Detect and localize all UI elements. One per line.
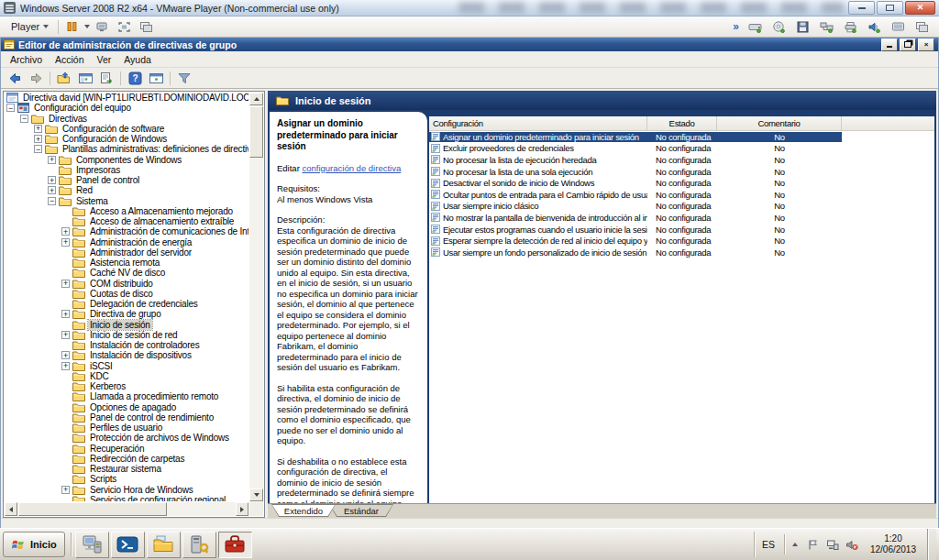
tree-item[interactable]: Opciones de apagado [4, 402, 249, 412]
tree-item[interactable]: Delegación de credenciales [4, 299, 249, 309]
close-button[interactable]: ✕ [905, 1, 935, 15]
expand-devices-icon[interactable]: » [733, 20, 739, 33]
expander-plus-icon[interactable]: + [48, 156, 56, 164]
tree-item[interactable]: Administrador del servidor [4, 247, 249, 258]
expander-plus-icon[interactable]: + [61, 486, 70, 494]
powershell-button[interactable] [111, 532, 145, 558]
tree-item[interactable]: Scripts [4, 474, 249, 484]
expander-minus-icon[interactable]: − [6, 104, 15, 112]
menu-ayuda[interactable]: Ayuda [117, 53, 158, 66]
tree-item[interactable]: +Servicio Hora de Windows [4, 485, 249, 495]
tree-item[interactable]: Impresoras [4, 165, 249, 175]
tree-item[interactable]: Inicio de sesión [4, 320, 249, 330]
gpmc-toolbox-button[interactable] [218, 532, 252, 558]
clock[interactable]: 1:20 12/06/2013 [864, 533, 922, 555]
tree-item[interactable]: +Panel de control [4, 175, 249, 185]
tree-item[interactable]: Redirección de carpetas [4, 454, 249, 464]
tree-item[interactable]: +iSCSI [4, 361, 249, 371]
tree-horizontal-scrollbar[interactable] [5, 502, 249, 516]
show-console-tree-icon[interactable] [75, 70, 95, 87]
tree-item[interactable]: −Sistema [4, 196, 249, 206]
scroll-left-button[interactable] [5, 502, 17, 516]
settings-row[interactable]: Esperar siempre la detección de red al i… [429, 235, 934, 247]
column-header-configuracion[interactable]: Configuración [429, 116, 647, 130]
tree-vertical-scrollbar[interactable] [249, 93, 263, 501]
settings-row[interactable]: Asignar un dominio predeterminado para i… [429, 131, 934, 143]
minimize-button[interactable] [848, 1, 875, 15]
chevron-down-icon[interactable] [84, 25, 90, 28]
mmc-restore-button[interactable] [900, 38, 916, 51]
tree-item[interactable]: Acceso de almacenamiento extraíble [4, 216, 249, 226]
start-button[interactable]: Inicio [3, 532, 65, 557]
floppy-icon[interactable] [793, 18, 812, 35]
tree-item[interactable]: +Red [4, 185, 249, 195]
tree-item[interactable]: KDC [4, 371, 249, 381]
expander-plus-icon[interactable]: + [34, 135, 42, 143]
up-one-level-icon[interactable] [54, 70, 74, 87]
tree-item[interactable]: +Configuración de Windows [4, 134, 249, 144]
column-header-comentario[interactable]: Comentario [717, 116, 842, 130]
tree-item[interactable]: Recuperación [4, 444, 249, 454]
expander-plus-icon[interactable]: + [61, 310, 70, 318]
tree-item[interactable]: −Directivas [4, 114, 249, 124]
show-hidden-icons-icon[interactable] [790, 538, 801, 551]
tree-item[interactable]: Panel de control de rendimiento [4, 412, 249, 423]
tree-item[interactable]: Kerberos [4, 381, 249, 391]
expander-plus-icon[interactable]: + [34, 125, 42, 133]
cd-dvd-icon[interactable] [769, 18, 789, 35]
scroll-right-button[interactable] [236, 502, 249, 516]
show-desktop-button[interactable] [927, 529, 936, 560]
server-manager-button[interactable] [75, 532, 109, 558]
back-icon[interactable] [5, 70, 25, 87]
tree-item[interactable]: +Directiva de grupo [4, 309, 249, 319]
settings-row[interactable]: Ocultar puntos de entrada para el Cambio… [429, 189, 934, 201]
explorer-button[interactable] [147, 532, 181, 558]
tree-item[interactable]: Asistencia remota [4, 258, 249, 268]
expander-plus-icon[interactable]: + [61, 362, 70, 370]
services-button[interactable] [182, 532, 216, 558]
printer-icon[interactable] [841, 18, 860, 35]
tree-item[interactable]: Restaurar sistema [4, 464, 249, 474]
menu-accion[interactable]: Acción [49, 53, 91, 66]
tree-item[interactable]: Llamada a procedimiento remoto [4, 391, 249, 401]
language-indicator[interactable]: ES [757, 539, 779, 550]
menu-archivo[interactable]: Archivo [4, 53, 49, 66]
tree-item[interactable]: +Componentes de Windows [4, 155, 249, 165]
tree-item[interactable]: +Administración de comunicaciones de Int… [4, 226, 249, 236]
volume-muted-icon[interactable] [845, 538, 859, 551]
expander-plus-icon[interactable]: + [61, 351, 70, 359]
mmc-close-button[interactable]: × [918, 38, 934, 51]
expander-plus-icon[interactable]: + [61, 238, 70, 247]
unity-icon[interactable] [912, 18, 932, 35]
filter-icon[interactable] [174, 70, 194, 87]
maximize-button[interactable] [877, 1, 903, 15]
pause-icon[interactable] [62, 18, 82, 35]
settings-row[interactable]: No procesar la lista de ejecución hereda… [429, 154, 934, 166]
tree-item[interactable]: +Inicio de sesión de red [4, 330, 249, 340]
column-header-estado[interactable]: Estado [647, 116, 717, 130]
expander-plus-icon[interactable]: + [48, 176, 56, 184]
scrollbar-thumb[interactable] [249, 106, 263, 158]
tree-item[interactable]: +Administración de energía [4, 237, 249, 247]
export-list-icon[interactable] [96, 70, 116, 87]
expander-plus-icon[interactable]: + [61, 280, 70, 288]
fullscreen-icon[interactable] [115, 18, 134, 35]
expander-plus-icon[interactable]: + [61, 331, 70, 339]
hard-disk-icon[interactable] [746, 18, 765, 35]
settings-row[interactable]: Usar siempre inicio clásicoNo configurad… [429, 201, 934, 213]
scroll-down-button[interactable] [249, 489, 263, 501]
tree-item[interactable]: Caché NV de disco [4, 268, 249, 278]
tab-estandar[interactable]: Estándar [329, 504, 393, 517]
settings-row[interactable]: Usar siempre un fondo personalizado de i… [429, 247, 934, 258]
tree-item[interactable]: −Configuración del equipo [4, 103, 249, 113]
unity-icon[interactable] [137, 18, 156, 35]
display-icon[interactable] [889, 18, 908, 35]
tree-item[interactable]: +Configuración de software [4, 124, 249, 134]
tree-item[interactable]: Directiva david [WIN-PT1LIRUEBTI.DOMINIO… [4, 93, 249, 103]
action-center-flag-icon[interactable] [806, 538, 821, 551]
scrollbar-thumb[interactable] [18, 502, 167, 516]
tree-item[interactable]: Servicios de configuración regional [4, 495, 249, 501]
network-icon[interactable] [825, 538, 840, 551]
edit-policy-link[interactable]: configuración de directiva [302, 163, 401, 173]
tab-extendido[interactable]: Extendido [271, 504, 336, 517]
